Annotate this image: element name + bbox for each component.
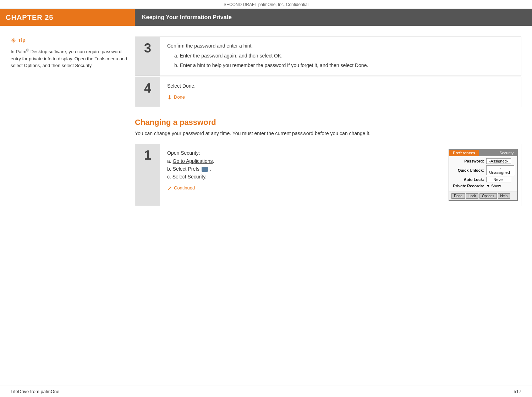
done-label: Done — [174, 94, 185, 101]
pref-row-quick-unlock: Quick Unlock: -Unassigned- — [452, 165, 514, 175]
pref-row-password: Password: -Assigned- — [452, 158, 514, 164]
chapter-subtitle-block: Keeping Your Information Private — [135, 9, 532, 26]
step-4-number-col: 4 — [135, 77, 160, 107]
step-1-sub-c: c. Select Security. — [167, 173, 436, 181]
pref-label-private-records: Private Records: — [452, 184, 484, 188]
pref-help-button[interactable]: Help — [498, 193, 510, 199]
step-1-number: 1 — [144, 149, 151, 162]
step-1-text-part: Open Security: a. Go to Applications. b.… — [160, 144, 443, 206]
footer-left: LifeDrive from palmOne — [11, 389, 59, 394]
changing-password-desc: You can change your password at any time… — [135, 130, 521, 137]
step-1-number-col: 1 — [135, 144, 160, 206]
go-to-applications-link[interactable]: Go to Applications — [173, 158, 213, 164]
pref-value-quick-unlock: -Unassigned- — [486, 165, 514, 175]
pref-panel-body: Password: -Assigned- Quick Unlock: -Unas… — [449, 156, 517, 192]
step-1-img-part: Preferences Security Password: -Assigned… — [443, 144, 521, 206]
pref-row-auto-lock: Auto Lock: Never — [452, 177, 514, 182]
tip-label: Tip — [18, 38, 26, 43]
pref-label-auto-lock: Auto Lock: — [452, 177, 484, 182]
steps-panel: 3 Confirm the password and enter a hint:… — [135, 37, 532, 206]
pref-panel: Preferences Security Password: -Assigned… — [449, 149, 518, 201]
pref-options-button[interactable]: Options — [479, 193, 497, 199]
done-arrow-icon: ⬇ — [167, 93, 172, 102]
password-box-line — [522, 164, 532, 164]
chapter-subtitle: Keeping Your Information Private — [142, 14, 232, 21]
pref-tab-right: Security — [479, 150, 517, 156]
pref-value-password: -Assigned- — [486, 158, 511, 164]
pref-label-password: Password: — [452, 159, 484, 163]
step-1-sub-b: b. Select Prefs . — [167, 165, 436, 173]
main-content: ✳ Tip In Palm® Desktop software, you can… — [0, 26, 532, 206]
step-4-number: 4 — [144, 82, 151, 95]
tip-header: ✳ Tip — [11, 37, 128, 44]
tip-body: In Palm® Desktop software, you can requi… — [11, 47, 128, 69]
pref-lock-button[interactable]: Lock — [466, 193, 478, 199]
chapter-title: CHAPTER 25 — [6, 13, 53, 22]
step-3-sub-a: a. Enter the password again, and then se… — [174, 52, 514, 60]
chapter-title-block: CHAPTER 25 — [0, 9, 135, 26]
continued-label: Continued — [174, 184, 195, 192]
step-4-text: Select Done. — [167, 82, 514, 90]
step-1-sub-a: a. Go to Applications. — [167, 157, 436, 165]
prefs-icon — [202, 167, 208, 172]
pref-label-quick-unlock: Quick Unlock: — [452, 168, 484, 172]
pref-value-auto-lock: Never — [486, 177, 511, 182]
step-1-content-with-img: Open Security: a. Go to Applications. b.… — [160, 144, 521, 206]
step-3-box: 3 Confirm the password and enter a hint:… — [135, 37, 521, 76]
step-3-content: Confirm the password and enter a hint: a… — [160, 37, 521, 76]
pref-panel-footer: Done Lock Options Help — [449, 192, 517, 200]
pref-panel-header: Preferences Security — [449, 150, 517, 156]
step-1-box: 1 Open Security: a. Go to Applications. … — [135, 144, 521, 206]
chapter-header: CHAPTER 25 Keeping Your Information Priv… — [0, 9, 532, 26]
pref-value-private-records: ▼ Show — [486, 184, 501, 188]
tip-star-icon: ✳ — [11, 37, 16, 44]
pref-row-private-records: Private Records: ▼ Show — [452, 184, 514, 188]
footer-right: 517 — [514, 389, 521, 394]
footer: LifeDrive from palmOne 517 — [0, 386, 532, 397]
tip-panel: ✳ Tip In Palm® Desktop software, you can… — [0, 37, 135, 206]
done-arrow: ⬇ Done — [167, 93, 514, 102]
step-4-box: 4 Select Done. ⬇ Done — [135, 77, 521, 107]
password-box-label-container: Password box — [522, 162, 532, 166]
step-3-sub-b: b. Enter a hint to help you remember the… — [174, 61, 514, 69]
step-3-title: Confirm the password and enter a hint: — [167, 42, 514, 50]
step-1-title: Open Security: — [167, 149, 436, 157]
step-3-number-col: 3 — [135, 37, 160, 76]
continued-arrow: ↗ Continued — [167, 184, 436, 193]
tip-text: In Palm® Desktop software, you can requi… — [11, 49, 127, 68]
step-3-number: 3 — [144, 42, 151, 55]
pref-done-button[interactable]: Done — [451, 193, 465, 199]
continued-icon: ↗ — [167, 184, 172, 193]
pref-panel-wrapper: Preferences Security Password: -Assigned… — [449, 149, 518, 201]
pref-tab-active: Preferences — [449, 150, 479, 156]
top-confidential-bar: SECOND DRAFT palmOne, Inc. Confidential — [0, 0, 532, 9]
step-4-content: Select Done. ⬇ Done — [160, 77, 521, 107]
changing-password-heading: Changing a password — [135, 118, 521, 127]
confidential-text: SECOND DRAFT palmOne, Inc. Confidential — [224, 2, 308, 7]
